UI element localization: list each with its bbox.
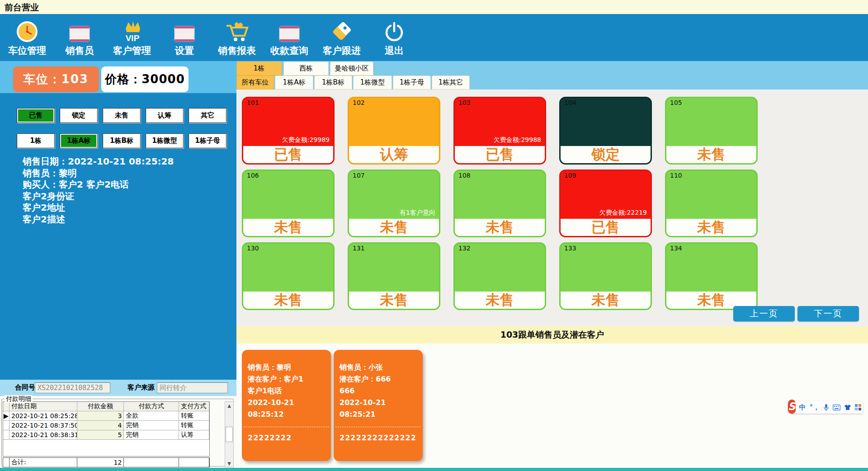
chinese-mode-icon[interactable]: 中: [799, 403, 806, 412]
tab-all-spaces[interactable]: 所有车位: [236, 75, 274, 89]
next-page-button[interactable]: 下一页: [797, 306, 859, 321]
parking-space-card-109[interactable]: 109 欠费金额:22219 已售: [559, 170, 652, 237]
tab-zone-b[interactable]: 1栋B标: [314, 75, 352, 89]
zone-button-building1-mini[interactable]: 1栋微型: [146, 133, 184, 148]
parking-space-card-101[interactable]: 101 欠费金额:29989 已售: [242, 97, 335, 165]
contract-no-input[interactable]: [35, 382, 110, 393]
status-button-other[interactable]: 其它: [189, 108, 226, 123]
power-icon: [383, 18, 405, 43]
status-button-locked[interactable]: 锁定: [60, 108, 98, 123]
status-button-sold[interactable]: 已售: [17, 108, 55, 123]
toolbar-button-payment-inquiry[interactable]: 收款查询: [269, 18, 310, 57]
front-desk-window: 前台营业 车位管理 销售员 VIP 客户管理 设置: [0, 0, 868, 471]
payment-row[interactable]: 2022-10-21 08:38:31 5 完销 认筹: [3, 430, 209, 440]
parking-space-card-106[interactable]: 106 未售: [242, 170, 335, 237]
payment-row[interactable]: 2022-10-21 08:37:50 4 完销 转账: [3, 421, 209, 430]
parking-space-card-131[interactable]: 131 未售: [348, 242, 440, 310]
toolbar-button-customer-follow[interactable]: 客户跟进: [321, 18, 363, 57]
toolbar-label: 车位管理: [8, 44, 46, 57]
punctuation-icon[interactable]: °，: [810, 403, 820, 412]
toolbar-button-exit[interactable]: 退出: [373, 18, 415, 57]
payment-row[interactable]: ▶ 2022-10-21 08:25:28 3 全款 转账: [3, 411, 209, 421]
customer-source-label: 客户来源: [127, 383, 155, 392]
col-pay-method[interactable]: 付款方式: [124, 402, 179, 411]
toolbar-button-parking-management[interactable]: 车位管理: [6, 18, 48, 57]
parking-space-card-104[interactable]: 104 锁定: [559, 97, 652, 165]
parking-space-card-108[interactable]: 108 未售: [453, 170, 546, 237]
toolbox-icon[interactable]: [855, 404, 861, 410]
col-pay-amount[interactable]: 付款金额: [77, 402, 124, 411]
envelope-icon: [69, 18, 90, 43]
scrollbar-thumb[interactable]: [226, 427, 233, 442]
row-gutter: [3, 430, 9, 440]
follow-card-liming[interactable]: 销售员：黎明 潜在客户：客户1 客户1电话 2022-10-21 08:25:1…: [242, 350, 331, 461]
total-empty-cell: [124, 458, 179, 467]
status-button-subscribed[interactable]: 认筹: [146, 108, 184, 123]
parking-space-card-133[interactable]: 133 未售: [559, 242, 652, 310]
tab-building-1[interactable]: 1栋: [236, 61, 282, 75]
space-status: 未售: [666, 146, 756, 163]
toolbar-button-salesperson[interactable]: 销售员: [59, 18, 100, 57]
tab-zone-a[interactable]: 1栋A标: [275, 75, 313, 89]
scroll-up-icon[interactable]: ▲: [227, 402, 231, 409]
prev-page-button[interactable]: 上一页: [733, 306, 795, 321]
left-panel: 已售 锁定 未售 认筹 其它 1栋 1栋A标 1栋B标 1栋微型 1栋子母 销售…: [0, 93, 236, 380]
space-number: 130: [247, 245, 259, 252]
toolbar-label: 客户跟进: [323, 44, 361, 57]
row-marker-icon: ▶: [3, 411, 9, 421]
zone-button-building1-tandem[interactable]: 1栋子母: [189, 133, 226, 148]
space-status: 已售: [455, 146, 545, 163]
skin-icon[interactable]: [844, 404, 851, 410]
follow-phone-line: 客户1电话: [248, 385, 325, 397]
ime-toolbar: S 中 °，: [788, 401, 863, 414]
toolbar-label: 客户管理: [113, 44, 151, 57]
space-note: 欠费金额:29988: [494, 136, 541, 144]
parking-space-card-107[interactable]: 107 有1客户意向 未售: [348, 170, 440, 237]
space-note: 欠费金额:22219: [599, 209, 647, 217]
zone-button-building1-a[interactable]: 1栋A标: [60, 133, 98, 148]
customer-source-input[interactable]: [157, 382, 228, 393]
parking-space-card-105[interactable]: 105 未售: [665, 97, 758, 165]
follow-card-xiaozhang[interactable]: 销售员：小张 潜在客户：666 666 2022-10-21 08:25:21 …: [334, 350, 423, 461]
scroll-down-icon[interactable]: ▼: [227, 460, 231, 467]
tab-building-west[interactable]: 西栋: [283, 61, 329, 75]
parking-space-card-110[interactable]: 110 未售: [665, 170, 758, 237]
zone-button-building1-b[interactable]: 1栋B标: [103, 133, 141, 148]
toolbar-button-sales-report[interactable]: 销售报表: [216, 18, 258, 57]
space-number: 133: [564, 245, 576, 252]
parking-space-card-134[interactable]: 134 未售: [665, 242, 758, 310]
payment-table-scrollbar[interactable]: ▲ ▼: [225, 401, 234, 467]
buyer-id-line: 客户2身份证: [23, 191, 174, 203]
col-pay-date[interactable]: 付款日期: [9, 402, 77, 411]
parking-space-card-102[interactable]: 102 认筹: [348, 97, 440, 165]
toolbar-button-customer-management[interactable]: VIP 客户管理: [111, 18, 153, 57]
status-button-unsold[interactable]: 未售: [103, 108, 141, 123]
total-value: 12: [77, 458, 124, 467]
parking-space-card-103[interactable]: 103 欠费金额:29988 已售: [453, 97, 546, 165]
parking-space-card-132[interactable]: 132 未售: [453, 242, 546, 310]
svg-text:VIP: VIP: [126, 33, 140, 43]
zone-button-building1[interactable]: 1栋: [17, 133, 55, 148]
mic-icon[interactable]: [823, 404, 829, 411]
follow-card-lines: 销售员：小张 潜在客户：666 666 2022-10-21 08:25:21: [334, 350, 423, 420]
tab-zone-mini[interactable]: 1栋微型: [353, 75, 392, 89]
space-status: 未售: [455, 219, 545, 236]
space-number: 108: [458, 172, 471, 179]
col-pay-channel[interactable]: 支付方式: [179, 402, 209, 411]
tab-zone-tandem[interactable]: 1栋子母: [393, 75, 431, 89]
payment-total-row: 合计: 12: [3, 457, 210, 467]
space-number: 107: [353, 172, 365, 179]
space-note: 有1客户意向: [400, 209, 435, 217]
keyboard-icon[interactable]: [833, 405, 840, 410]
tab-zone-other[interactable]: 1栋其它: [432, 75, 470, 89]
space-note: 欠费金额:29989: [282, 136, 330, 144]
space-status: 未售: [349, 292, 439, 309]
toolbar-label: 收款查询: [270, 44, 308, 57]
toolbar-button-settings[interactable]: 设置: [164, 18, 205, 57]
space-number: 131: [353, 245, 365, 252]
sogou-logo-icon[interactable]: S: [788, 400, 796, 414]
space-status: 未售: [561, 292, 651, 309]
parking-space-card-130[interactable]: 130 未售: [242, 242, 335, 310]
tab-manhattan[interactable]: 曼哈顿小区: [330, 61, 373, 75]
space-number: 134: [670, 245, 682, 252]
